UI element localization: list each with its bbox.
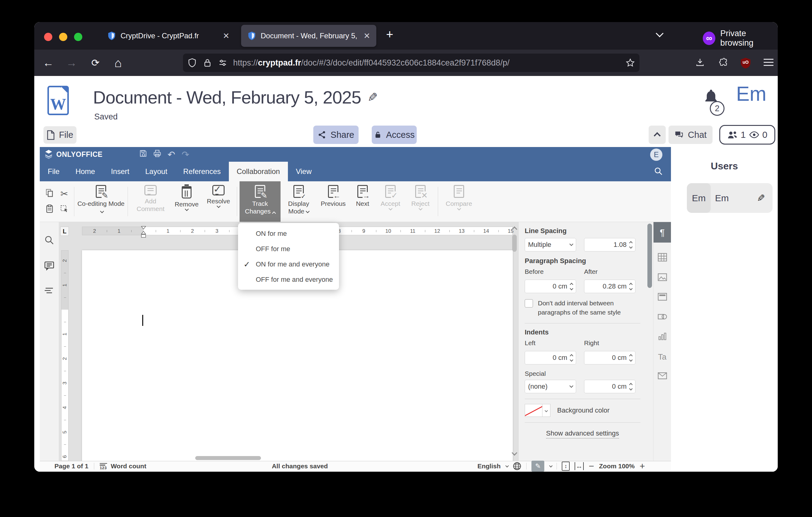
tab-stop-selector[interactable]: L [60,227,69,236]
line-spacing-value-spinner[interactable]: 1.08 [584,238,635,251]
zoom-out-button[interactable]: − [589,461,594,471]
editor-search-icon[interactable] [654,167,663,178]
table-settings-icon[interactable] [658,253,667,263]
select-all-icon[interactable] [60,205,68,214]
back-button[interactable]: ← [39,50,58,76]
shape-settings-icon[interactable] [658,312,667,322]
header-footer-settings-icon[interactable] [658,293,667,302]
indent-marker[interactable] [141,226,146,244]
document-vertical-scrollbar[interactable] [512,227,517,456]
document-title[interactable]: Document - Wed, February 5, 2025 ✎ [93,87,378,108]
fit-page-icon[interactable]: ↕ [562,462,570,471]
show-advanced-settings-link[interactable]: Show advanced settings [546,429,619,439]
bookmark-star-icon[interactable] [626,58,635,68]
track-changes-status-toggle[interactable]: ✎ [531,461,544,472]
spellcheck-language-globe-icon[interactable] [513,462,521,470]
navigation-outline-icon[interactable] [44,287,55,297]
fit-width-icon[interactable]: ↔ [575,462,584,470]
list-tabs-chevron-icon[interactable] [656,29,663,37]
menu-item-on-for-me-and-everyone[interactable]: ✓ON for me and everyone [238,257,339,272]
spacing-before-spinner[interactable]: 0 cm [525,280,576,293]
notifications-bell[interactable]: 2 [702,88,720,107]
word-count-button[interactable]: Word count [111,462,146,470]
zoom-level[interactable]: Zoom 100% [599,462,635,470]
indent-right-spinner[interactable]: 0 cm [584,351,635,364]
tab-collaboration[interactable]: Collaboration [229,162,288,181]
indent-left-spinner[interactable]: 0 cm [525,351,576,364]
home-button[interactable]: ⌂ [109,50,127,76]
text-art-settings-icon[interactable]: Ta [658,352,666,362]
settings-panel-scrollbar[interactable] [646,222,653,461]
scrollbar-thumb[interactable] [195,456,261,460]
save-icon[interactable] [136,149,150,160]
edit-user-pencil-icon[interactable]: ✎ [757,192,765,204]
tab-file[interactable]: File [40,162,68,181]
ublock-origin-icon[interactable]: uO [740,57,751,69]
connection-lock-icon[interactable] [203,58,212,68]
reload-button[interactable]: ⟳ [86,50,105,76]
access-button[interactable]: Access [372,126,417,144]
interval-checkbox[interactable] [525,299,533,307]
collapse-toolbar-button[interactable] [648,126,666,144]
tab-cryptdrive[interactable]: CryptDrive - CryptPad.fr ✕ [101,25,236,47]
editor-user-avatar[interactable]: E [650,148,662,161]
tab-references[interactable]: References [175,162,229,181]
presence-indicator[interactable]: 1 0 [719,125,775,144]
document-horizontal-scrollbar[interactable] [82,456,509,460]
language-selector[interactable]: English [477,462,500,470]
file-button[interactable]: File [44,126,77,144]
chart-settings-icon[interactable] [658,333,667,342]
page-indicator[interactable]: Page 1 of 1 [55,462,88,470]
find-search-icon[interactable] [44,235,55,247]
coediting-mode-button[interactable]: ✎ Co-editing Mode [77,181,125,222]
menu-item-off-for-me[interactable]: OFF for me [238,241,339,257]
special-select[interactable]: (none) [525,380,576,393]
minimize-window-button[interactable] [59,33,67,41]
forward-button[interactable]: → [62,50,81,76]
redo-icon[interactable]: ↷ [178,149,193,160]
fullscreen-window-button[interactable] [74,33,82,41]
zoom-in-button[interactable]: + [639,461,645,471]
user-list-item[interactable]: Em Em ✎ [687,183,773,213]
remove-comment-button[interactable]: Remove [171,181,203,222]
tab-layout[interactable]: Layout [137,162,175,181]
close-window-button[interactable] [44,33,52,41]
background-color-picker[interactable] [525,404,550,417]
scroll-down-icon[interactable] [512,450,517,456]
account-avatar[interactable]: Em [736,82,766,105]
scrollbar-thumb[interactable] [512,235,517,252]
tab-close-icon[interactable]: ✕ [223,31,229,41]
resolve-comment-button[interactable]: ✓ Resolve [203,181,234,222]
image-settings-icon[interactable] [658,273,667,282]
edit-title-pencil-icon[interactable]: ✎ [368,90,378,104]
downloads-icon[interactable] [695,58,705,67]
previous-change-button[interactable]: ← Previous [317,181,350,222]
paragraph-settings-icon[interactable]: ¶ [654,222,671,243]
copy-icon[interactable] [46,189,54,198]
chat-button[interactable]: Chat [668,126,713,144]
special-value-spinner[interactable]: 0 cm [584,380,635,393]
line-spacing-select[interactable]: Multiple [525,238,576,251]
v-ruler[interactable]: 21123456 [61,250,68,461]
tab-close-icon[interactable]: ✕ [364,31,370,41]
permissions-icon[interactable] [218,58,228,68]
tab-home[interactable]: Home [68,162,103,181]
track-changes-button[interactable]: ✎ Track Changes [239,181,281,222]
mail-merge-settings-icon[interactable] [658,372,667,381]
spacing-after-spinner[interactable]: 0.28 cm [584,280,635,293]
tab-document[interactable]: Document - Wed, February 5, 2 ✕ [241,25,376,47]
undo-icon[interactable]: ↶ [164,149,178,160]
menu-item-off-for-me-and-everyone[interactable]: OFF for me and everyone [238,272,339,287]
extensions-puzzle-icon[interactable] [718,58,728,67]
tracking-protection-shield-icon[interactable] [187,58,197,68]
comments-panel-icon[interactable] [44,261,55,272]
menu-item-on-for-me[interactable]: ON for me [238,226,339,241]
paste-icon[interactable] [46,205,53,214]
scrollbar-thumb[interactable] [647,224,652,288]
new-tab-button[interactable]: + [386,28,393,42]
cut-scissors-icon[interactable]: ✂ [60,188,68,199]
print-icon[interactable] [150,149,164,160]
url-bar[interactable]: https://cryptpad.fr/doc/#/3/doc/edit/ff0… [183,54,639,72]
menu-hamburger-icon[interactable] [764,59,774,66]
next-change-button[interactable]: → Next [350,181,375,222]
